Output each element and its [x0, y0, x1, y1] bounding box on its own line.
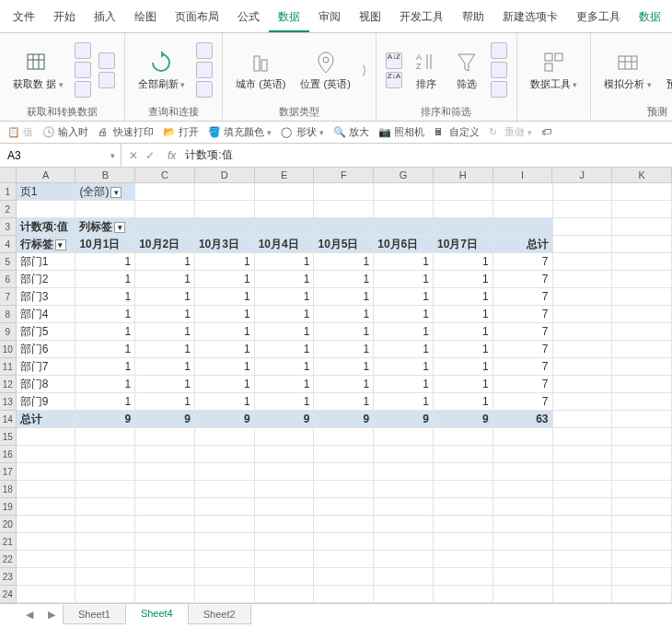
recent-sources-button[interactable]: [98, 52, 115, 69]
edit-links-button[interactable]: [196, 81, 213, 98]
cell[interactable]: 7: [493, 341, 553, 358]
cell[interactable]: 1: [434, 341, 493, 358]
cell[interactable]: 1: [135, 358, 195, 376]
cell[interactable]: 7: [493, 253, 553, 271]
zoom-button[interactable]: 🔍放大: [333, 125, 369, 139]
cell[interactable]: 1: [374, 358, 434, 376]
cell[interactable]: [17, 568, 76, 586]
col-header[interactable]: G: [374, 168, 434, 182]
cell[interactable]: 部门5: [17, 323, 76, 341]
cell[interactable]: [493, 533, 553, 551]
cell[interactable]: 1: [255, 323, 315, 341]
menu-插入[interactable]: 插入: [85, 4, 125, 32]
col-header[interactable]: F: [314, 168, 374, 182]
cell[interactable]: 部门4: [17, 306, 76, 323]
cell[interactable]: 部门3: [17, 288, 76, 306]
cell[interactable]: [553, 306, 613, 323]
cell[interactable]: [314, 568, 374, 586]
cell[interactable]: 1: [374, 253, 434, 271]
cell[interactable]: [195, 568, 255, 586]
row-header[interactable]: 18: [0, 481, 17, 498]
cell[interactable]: [374, 481, 434, 498]
cell[interactable]: [553, 201, 613, 218]
menu-数据[interactable]: 数据: [630, 4, 670, 32]
col-header[interactable]: I: [493, 168, 553, 182]
cell[interactable]: [195, 586, 255, 603]
cell[interactable]: 1: [75, 393, 135, 411]
cell[interactable]: [17, 481, 76, 498]
menu-新建选项卡[interactable]: 新建选项卡: [493, 4, 567, 32]
sheet-tab-Sheet1[interactable]: Sheet1: [63, 605, 126, 624]
cell[interactable]: [135, 183, 195, 201]
cell[interactable]: [135, 463, 195, 481]
cell[interactable]: [553, 586, 613, 603]
sort-desc-button[interactable]: Z↓A: [386, 72, 402, 88]
menu-帮助[interactable]: 帮助: [453, 4, 493, 32]
cell[interactable]: [553, 428, 613, 446]
cell[interactable]: 1: [374, 393, 434, 411]
cell[interactable]: 1: [314, 253, 374, 271]
cell[interactable]: [255, 446, 315, 463]
cell[interactable]: [374, 218, 434, 236]
cell[interactable]: [434, 201, 493, 218]
sort-asc-button[interactable]: A↓Z: [386, 52, 402, 69]
cell[interactable]: [493, 568, 553, 586]
input-time-button[interactable]: 🕓输入时: [42, 125, 88, 139]
row-header[interactable]: 2: [0, 201, 17, 218]
cell[interactable]: [75, 463, 135, 481]
cell[interactable]: [553, 358, 613, 376]
cell[interactable]: [135, 428, 195, 446]
cell[interactable]: [135, 516, 195, 533]
cell[interactable]: 1: [135, 253, 195, 271]
cell[interactable]: 1: [374, 271, 434, 288]
cell[interactable]: 9: [314, 411, 374, 428]
cell[interactable]: 1: [195, 323, 255, 341]
cell[interactable]: 1: [374, 341, 434, 358]
cell[interactable]: 1: [255, 271, 315, 288]
fx-label[interactable]: fx: [162, 149, 181, 162]
cell[interactable]: 部门2: [17, 271, 76, 288]
row-header[interactable]: 5: [0, 253, 17, 271]
cell[interactable]: 部门1: [17, 253, 76, 271]
cell[interactable]: 1: [255, 341, 315, 358]
row-header[interactable]: 12: [0, 376, 17, 393]
cell[interactable]: [493, 183, 553, 201]
cell[interactable]: [612, 428, 672, 446]
cell[interactable]: 10月1日: [75, 236, 135, 253]
tab-nav-prev[interactable]: ◀: [18, 609, 41, 621]
cell[interactable]: 7: [493, 288, 553, 306]
cell[interactable]: 部门8: [17, 376, 76, 393]
cell[interactable]: [612, 253, 672, 271]
cell[interactable]: 1: [434, 376, 493, 393]
cell[interactable]: 1: [75, 376, 135, 393]
cell[interactable]: [493, 516, 553, 533]
cell[interactable]: [553, 411, 613, 428]
cell[interactable]: [75, 586, 135, 603]
cell[interactable]: [612, 568, 672, 586]
row-header[interactable]: 8: [0, 306, 17, 323]
cell[interactable]: [374, 183, 434, 201]
cell[interactable]: [75, 481, 135, 498]
cell[interactable]: [493, 498, 553, 516]
cell[interactable]: 1: [314, 271, 374, 288]
cell[interactable]: [612, 533, 672, 551]
cell[interactable]: [314, 551, 374, 568]
cell[interactable]: 1: [75, 288, 135, 306]
name-box-input[interactable]: [6, 148, 79, 163]
get-data-button[interactable]: 获取数 据: [9, 48, 67, 93]
col-header[interactable]: D: [195, 168, 255, 182]
cell[interactable]: 1: [75, 306, 135, 323]
menu-数据[interactable]: 数据: [269, 4, 309, 32]
cell[interactable]: 1: [434, 253, 493, 271]
cell[interactable]: 1: [195, 253, 255, 271]
cell[interactable]: 1: [195, 358, 255, 376]
cancel-formula-button[interactable]: ✕: [129, 149, 138, 162]
cell[interactable]: 1: [75, 253, 135, 271]
cell[interactable]: [612, 551, 672, 568]
cell[interactable]: [553, 236, 613, 253]
cell[interactable]: [434, 568, 493, 586]
redo-button[interactable]: ↻重做 ▾: [489, 125, 532, 139]
cell[interactable]: [612, 341, 672, 358]
cell[interactable]: [434, 516, 493, 533]
forecast-button[interactable]: 预测 工作: [663, 48, 672, 93]
